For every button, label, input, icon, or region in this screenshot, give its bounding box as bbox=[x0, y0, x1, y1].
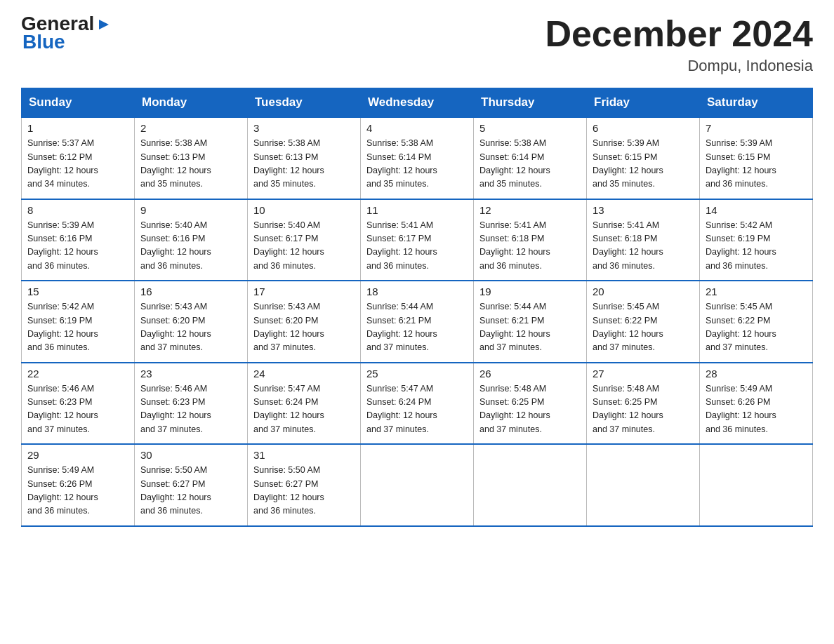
calendar-cell: 7Sunrise: 5:39 AMSunset: 6:15 PMDaylight… bbox=[700, 117, 813, 199]
day-number: 9 bbox=[140, 204, 241, 216]
logo: General Blue bbox=[21, 14, 112, 53]
day-number: 12 bbox=[479, 204, 581, 216]
day-info: Sunrise: 5:49 AMSunset: 6:26 PMDaylight:… bbox=[27, 464, 128, 518]
logo-blue: Blue bbox=[21, 31, 65, 53]
weekday-header-wednesday: Wednesday bbox=[361, 88, 474, 118]
calendar-cell: 14Sunrise: 5:42 AMSunset: 6:19 PMDayligh… bbox=[700, 199, 813, 281]
day-info: Sunrise: 5:38 AMSunset: 6:14 PMDaylight:… bbox=[366, 137, 468, 192]
day-number: 17 bbox=[253, 286, 355, 297]
weekday-header-row: SundayMondayTuesdayWednesdayThursdayFrid… bbox=[22, 88, 813, 118]
day-number: 11 bbox=[366, 204, 468, 216]
calendar-cell: 16Sunrise: 5:43 AMSunset: 6:20 PMDayligh… bbox=[135, 281, 248, 363]
day-info: Sunrise: 5:47 AMSunset: 6:24 PMDaylight:… bbox=[366, 382, 468, 437]
svg-marker-0 bbox=[99, 20, 109, 29]
calendar-cell bbox=[361, 444, 474, 526]
day-info: Sunrise: 5:41 AMSunset: 6:18 PMDaylight:… bbox=[593, 219, 694, 274]
day-info: Sunrise: 5:48 AMSunset: 6:25 PMDaylight:… bbox=[593, 382, 694, 437]
calendar-cell: 2Sunrise: 5:38 AMSunset: 6:13 PMDaylight… bbox=[135, 117, 248, 199]
calendar-cell: 5Sunrise: 5:38 AMSunset: 6:14 PMDaylight… bbox=[474, 117, 587, 199]
day-info: Sunrise: 5:38 AMSunset: 6:14 PMDaylight:… bbox=[479, 137, 581, 192]
calendar-cell: 22Sunrise: 5:46 AMSunset: 6:23 PMDayligh… bbox=[22, 363, 135, 445]
calendar-cell: 9Sunrise: 5:40 AMSunset: 6:16 PMDaylight… bbox=[135, 199, 248, 281]
day-info: Sunrise: 5:50 AMSunset: 6:27 PMDaylight:… bbox=[140, 464, 241, 518]
calendar-cell: 26Sunrise: 5:48 AMSunset: 6:25 PMDayligh… bbox=[474, 363, 587, 445]
day-info: Sunrise: 5:50 AMSunset: 6:27 PMDaylight:… bbox=[253, 464, 355, 518]
day-info: Sunrise: 5:41 AMSunset: 6:17 PMDaylight:… bbox=[366, 219, 468, 274]
day-info: Sunrise: 5:43 AMSunset: 6:20 PMDaylight:… bbox=[253, 300, 355, 355]
location-subtitle: Dompu, Indonesia bbox=[545, 57, 813, 75]
day-info: Sunrise: 5:41 AMSunset: 6:18 PMDaylight:… bbox=[479, 219, 581, 274]
calendar-cell: 28Sunrise: 5:49 AMSunset: 6:26 PMDayligh… bbox=[700, 363, 813, 445]
calendar-cell: 8Sunrise: 5:39 AMSunset: 6:16 PMDaylight… bbox=[22, 199, 135, 281]
day-info: Sunrise: 5:39 AMSunset: 6:15 PMDaylight:… bbox=[593, 137, 694, 192]
calendar-cell: 13Sunrise: 5:41 AMSunset: 6:18 PMDayligh… bbox=[587, 199, 700, 281]
day-info: Sunrise: 5:38 AMSunset: 6:13 PMDaylight:… bbox=[253, 137, 355, 192]
weekday-header-friday: Friday bbox=[587, 88, 700, 118]
calendar-cell bbox=[700, 444, 813, 526]
calendar-cell: 30Sunrise: 5:50 AMSunset: 6:27 PMDayligh… bbox=[135, 444, 248, 526]
day-number: 25 bbox=[366, 368, 468, 380]
calendar-cell: 31Sunrise: 5:50 AMSunset: 6:27 PMDayligh… bbox=[248, 444, 361, 526]
day-number: 3 bbox=[253, 122, 355, 134]
calendar-cell: 25Sunrise: 5:47 AMSunset: 6:24 PMDayligh… bbox=[361, 363, 474, 445]
title-block: December 2024 Dompu, Indonesia bbox=[545, 14, 813, 75]
day-info: Sunrise: 5:38 AMSunset: 6:13 PMDaylight:… bbox=[140, 137, 241, 192]
weekday-header-sunday: Sunday bbox=[22, 88, 135, 118]
day-number: 30 bbox=[140, 449, 241, 461]
calendar-cell: 10Sunrise: 5:40 AMSunset: 6:17 PMDayligh… bbox=[248, 199, 361, 281]
calendar-cell: 12Sunrise: 5:41 AMSunset: 6:18 PMDayligh… bbox=[474, 199, 587, 281]
calendar-week-row: 1Sunrise: 5:37 AMSunset: 6:12 PMDaylight… bbox=[22, 117, 813, 199]
calendar-week-row: 15Sunrise: 5:42 AMSunset: 6:19 PMDayligh… bbox=[22, 281, 813, 363]
calendar-cell: 23Sunrise: 5:46 AMSunset: 6:23 PMDayligh… bbox=[135, 363, 248, 445]
calendar-cell: 19Sunrise: 5:44 AMSunset: 6:21 PMDayligh… bbox=[474, 281, 587, 363]
calendar-cell bbox=[587, 444, 700, 526]
day-info: Sunrise: 5:42 AMSunset: 6:19 PMDaylight:… bbox=[27, 300, 128, 355]
day-info: Sunrise: 5:40 AMSunset: 6:16 PMDaylight:… bbox=[140, 219, 241, 274]
day-info: Sunrise: 5:45 AMSunset: 6:22 PMDaylight:… bbox=[593, 300, 694, 355]
day-info: Sunrise: 5:47 AMSunset: 6:24 PMDaylight:… bbox=[253, 382, 355, 437]
calendar-cell: 4Sunrise: 5:38 AMSunset: 6:14 PMDaylight… bbox=[361, 117, 474, 199]
day-info: Sunrise: 5:39 AMSunset: 6:16 PMDaylight:… bbox=[27, 219, 128, 274]
day-number: 27 bbox=[593, 368, 694, 380]
day-number: 8 bbox=[27, 204, 128, 216]
calendar-cell: 11Sunrise: 5:41 AMSunset: 6:17 PMDayligh… bbox=[361, 199, 474, 281]
day-number: 4 bbox=[366, 122, 468, 134]
day-number: 19 bbox=[479, 286, 581, 297]
day-number: 15 bbox=[27, 286, 128, 297]
calendar-week-row: 22Sunrise: 5:46 AMSunset: 6:23 PMDayligh… bbox=[22, 363, 813, 445]
day-number: 2 bbox=[140, 122, 241, 134]
day-info: Sunrise: 5:37 AMSunset: 6:12 PMDaylight:… bbox=[27, 137, 128, 192]
day-number: 13 bbox=[593, 204, 694, 216]
logo-arrow-icon bbox=[96, 17, 112, 32]
day-info: Sunrise: 5:40 AMSunset: 6:17 PMDaylight:… bbox=[253, 219, 355, 274]
weekday-header-saturday: Saturday bbox=[700, 88, 813, 118]
day-number: 7 bbox=[706, 122, 807, 134]
day-info: Sunrise: 5:44 AMSunset: 6:21 PMDaylight:… bbox=[479, 300, 581, 355]
day-info: Sunrise: 5:46 AMSunset: 6:23 PMDaylight:… bbox=[140, 382, 241, 437]
day-number: 23 bbox=[140, 368, 241, 380]
calendar-cell: 20Sunrise: 5:45 AMSunset: 6:22 PMDayligh… bbox=[587, 281, 700, 363]
calendar-cell: 24Sunrise: 5:47 AMSunset: 6:24 PMDayligh… bbox=[248, 363, 361, 445]
calendar-cell: 17Sunrise: 5:43 AMSunset: 6:20 PMDayligh… bbox=[248, 281, 361, 363]
calendar-cell: 27Sunrise: 5:48 AMSunset: 6:25 PMDayligh… bbox=[587, 363, 700, 445]
day-info: Sunrise: 5:39 AMSunset: 6:15 PMDaylight:… bbox=[706, 137, 807, 192]
calendar-cell: 6Sunrise: 5:39 AMSunset: 6:15 PMDaylight… bbox=[587, 117, 700, 199]
day-number: 5 bbox=[479, 122, 581, 134]
calendar-cell: 18Sunrise: 5:44 AMSunset: 6:21 PMDayligh… bbox=[361, 281, 474, 363]
day-info: Sunrise: 5:43 AMSunset: 6:20 PMDaylight:… bbox=[140, 300, 241, 355]
calendar-cell: 29Sunrise: 5:49 AMSunset: 6:26 PMDayligh… bbox=[22, 444, 135, 526]
day-number: 28 bbox=[706, 368, 807, 380]
day-info: Sunrise: 5:44 AMSunset: 6:21 PMDaylight:… bbox=[366, 300, 468, 355]
day-number: 21 bbox=[706, 286, 807, 297]
calendar-week-row: 8Sunrise: 5:39 AMSunset: 6:16 PMDaylight… bbox=[22, 199, 813, 281]
day-number: 14 bbox=[706, 204, 807, 216]
calendar-table: SundayMondayTuesdayWednesdayThursdayFrid… bbox=[21, 88, 813, 527]
weekday-header-tuesday: Tuesday bbox=[248, 88, 361, 118]
calendar-week-row: 29Sunrise: 5:49 AMSunset: 6:26 PMDayligh… bbox=[22, 444, 813, 526]
day-number: 31 bbox=[253, 449, 355, 461]
day-number: 24 bbox=[253, 368, 355, 380]
month-year-title: December 2024 bbox=[545, 14, 813, 54]
day-number: 6 bbox=[593, 122, 694, 134]
day-number: 16 bbox=[140, 286, 241, 297]
calendar-cell: 3Sunrise: 5:38 AMSunset: 6:13 PMDaylight… bbox=[248, 117, 361, 199]
